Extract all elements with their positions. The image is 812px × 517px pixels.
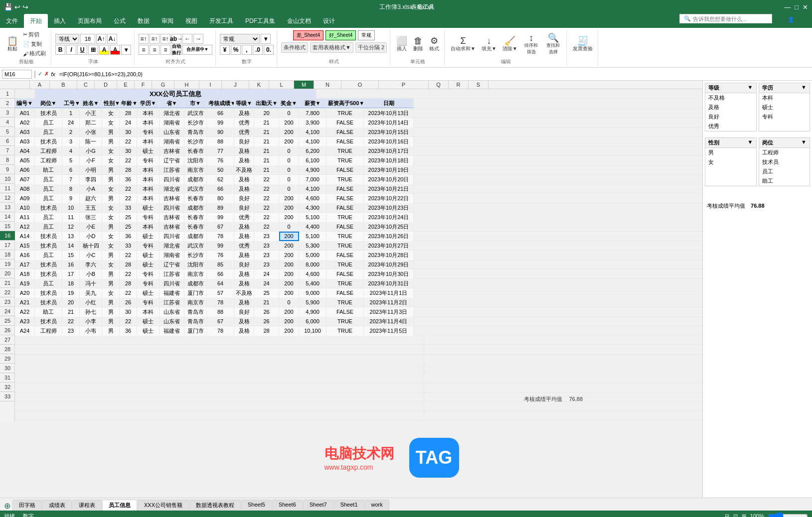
header-B[interactable]: 岗位▼ — [35, 99, 62, 108]
cell-data[interactable]: 21 — [254, 298, 279, 307]
cell-data[interactable]: 良好 — [234, 260, 254, 269]
cell-data[interactable]: 长春市 — [184, 213, 207, 222]
header-J[interactable]: 考核成绩▼ — [207, 99, 234, 108]
cell-O1[interactable] — [336, 89, 374, 99]
cell-data[interactable]: A18 — [15, 269, 35, 279]
cell-data[interactable]: 男 — [102, 269, 120, 279]
decimal-increase-button[interactable]: .0 — [253, 45, 263, 55]
cell-data[interactable]: 四川省 — [160, 279, 184, 288]
font-size-input[interactable] — [80, 34, 95, 44]
row-num-30[interactable]: 30 — [0, 364, 15, 373]
cell-data[interactable]: 22 — [254, 175, 279, 184]
sheet4-good-button[interactable]: 好_Sheet4 — [325, 30, 356, 40]
cell-data[interactable]: 孙七 — [80, 307, 102, 317]
cell-data[interactable]: 技术员 — [35, 137, 62, 146]
cell-data[interactable]: 良好 — [234, 307, 254, 317]
cell-data[interactable]: 男 — [102, 298, 120, 307]
cell-data[interactable]: 4,900 — [299, 307, 326, 317]
header-I[interactable]: 市▼ — [184, 99, 207, 108]
cell-data[interactable]: 王五 — [80, 203, 102, 213]
cell-data[interactable]: 李四 — [80, 175, 102, 184]
ribbon-tab-设计[interactable]: 设计 — [317, 14, 341, 28]
cell-data[interactable]: 男 — [102, 175, 120, 184]
cell-data[interactable]: 22 — [120, 269, 137, 279]
cell-data[interactable]: 33 — [120, 241, 137, 251]
cell-data[interactable]: 6,000 — [299, 317, 326, 326]
wrap-text-button[interactable]: 自动换行 — [171, 45, 181, 55]
cell-data[interactable]: 88 — [207, 307, 234, 317]
ribbon-tab-PDF工具集[interactable]: PDF工具集 — [239, 14, 281, 28]
cell-data[interactable]: TRUE — [326, 213, 364, 222]
empty-row-6[interactable] — [15, 383, 424, 392]
cell-data[interactable]: 本科 — [137, 307, 160, 317]
row-num-19[interactable]: 19 — [0, 259, 15, 269]
cell-data[interactable]: 长春市 — [184, 194, 207, 203]
cell-data[interactable]: 女 — [102, 184, 120, 194]
header-A[interactable]: 编号▼ — [15, 99, 35, 108]
empty-row-8[interactable] — [15, 402, 424, 411]
cell-data[interactable]: 99 — [207, 118, 234, 128]
percent-button[interactable]: % — [231, 45, 241, 55]
row-num-22[interactable]: 22 — [0, 288, 15, 297]
cell-data[interactable]: 21 — [62, 307, 80, 317]
cell-data[interactable]: 99 — [207, 241, 234, 251]
cell-data[interactable]: 2023年10月21日 — [364, 184, 414, 194]
cell-data[interactable]: 85 — [207, 260, 234, 269]
cell-data[interactable]: 长沙市 — [184, 251, 207, 260]
cell-data[interactable]: 7 — [62, 175, 80, 184]
ribbon-tab-页面布局[interactable]: 页面布局 — [72, 14, 108, 28]
cell-data[interactable]: A11 — [15, 213, 35, 222]
cell-data[interactable]: 2023年11月1日 — [364, 288, 414, 298]
sheet-tab-Sheet7[interactable]: Sheet7 — [303, 500, 333, 511]
row-num-16[interactable]: 16 — [0, 231, 15, 241]
cell-data[interactable]: 8 — [62, 184, 80, 194]
cell-data[interactable]: 女 — [102, 146, 120, 156]
cell-data[interactable]: 男 — [102, 222, 120, 232]
cell-data[interactable]: 23 — [254, 241, 279, 251]
panel-item-female[interactable]: 女 — [705, 157, 756, 167]
header-D[interactable]: 姓名▼ — [80, 99, 102, 108]
format-button[interactable]: ⚙ 格式 — [427, 35, 441, 53]
number-format-select[interactable]: 常规 — [220, 34, 260, 44]
col-header-P[interactable]: P — [379, 81, 429, 89]
number-format-expand-button[interactable]: ▾ — [261, 34, 271, 44]
row-num-12[interactable]: 12 — [0, 193, 15, 203]
cell-data[interactable]: FALSE — [326, 203, 364, 213]
cell-data[interactable]: 长沙市 — [184, 137, 207, 146]
cell-data[interactable]: 不及格 — [234, 288, 254, 298]
cell-data[interactable]: 21 — [254, 165, 279, 175]
cell-data[interactable]: 3 — [62, 137, 80, 146]
confirm-icon[interactable]: ✓ — [38, 71, 42, 77]
cell-data[interactable]: 本科 — [137, 194, 160, 203]
cell-data[interactable]: 青岛市 — [184, 307, 207, 317]
cell-data[interactable]: 小张 — [80, 128, 102, 137]
cell-data[interactable]: TRUE — [326, 279, 364, 288]
col-header-L[interactable]: L — [269, 81, 294, 89]
cell-data[interactable]: A08 — [15, 184, 35, 194]
delete-button[interactable]: 🗑 删除 — [411, 35, 425, 53]
cell-data[interactable]: 小E — [80, 222, 102, 232]
cell-data[interactable]: 李六 — [80, 260, 102, 269]
cell-data[interactable]: 200 — [279, 260, 299, 269]
view-page-layout-icon[interactable]: ⊡ — [733, 513, 738, 517]
cell-data[interactable]: 女 — [102, 156, 120, 165]
cell-data[interactable]: 厦门市 — [184, 288, 207, 298]
cell-data[interactable]: 女 — [102, 213, 120, 222]
col-header-B[interactable]: B — [50, 81, 77, 89]
cell-data[interactable]: 11 — [62, 213, 80, 222]
cell-data[interactable]: 本科 — [137, 175, 160, 184]
cell-data[interactable]: 及格 — [234, 109, 254, 118]
decimal-decrease-button[interactable]: 0. — [264, 45, 274, 55]
cell-data[interactable]: 30 — [120, 128, 137, 137]
cell-data[interactable]: 郑二 — [80, 118, 102, 128]
cell-data[interactable]: 武汉市 — [184, 109, 207, 118]
sheet-tab-成绩表[interactable]: 成绩表 — [42, 500, 72, 511]
cell-data[interactable]: 专科 — [137, 156, 160, 165]
comma-button[interactable]: , — [242, 45, 252, 55]
header-O[interactable]: 薪资高于500▼ — [326, 99, 364, 108]
cancel-formula-icon[interactable]: ✗ — [44, 71, 49, 77]
cell-data[interactable]: 小明 — [80, 165, 102, 175]
panel-item-lianghao[interactable]: 良好 — [705, 112, 756, 122]
cell-data[interactable]: 女 — [102, 109, 120, 118]
cell-data[interactable]: 厦门市 — [184, 326, 207, 336]
